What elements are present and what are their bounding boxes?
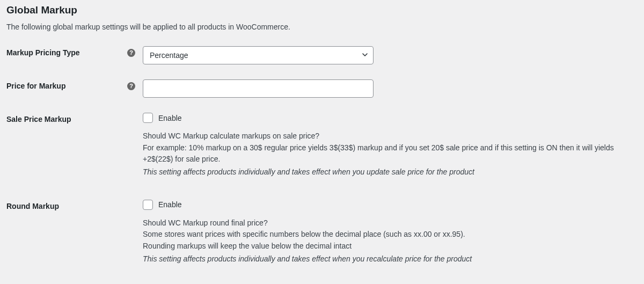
round-markup-help: Should WC Markup round final price? Some… [143, 217, 636, 265]
sale-price-markup-label: Sale Price Markup [6, 115, 71, 123]
sale-price-markup-checkbox-label[interactable]: Enable [158, 114, 182, 122]
markup-pricing-type-select[interactable]: Percentage [143, 46, 374, 64]
section-title: Global Markup [6, 4, 638, 16]
help-icon[interactable]: ? [127, 82, 135, 90]
price-for-markup-input[interactable] [143, 79, 374, 98]
round-markup-label: Round Markup [6, 202, 59, 210]
price-for-markup-label: Price for Markup [6, 82, 65, 90]
section-description: The following global markup settings wil… [6, 23, 638, 31]
sale-price-markup-help: Should WC Markup calculate markups on sa… [143, 130, 636, 178]
round-markup-checkbox[interactable] [143, 200, 153, 210]
help-icon[interactable]: ? [127, 49, 135, 57]
sale-price-markup-checkbox[interactable] [143, 113, 153, 123]
round-markup-checkbox-label[interactable]: Enable [158, 200, 182, 209]
markup-pricing-type-label: Markup Pricing Type [6, 48, 80, 57]
